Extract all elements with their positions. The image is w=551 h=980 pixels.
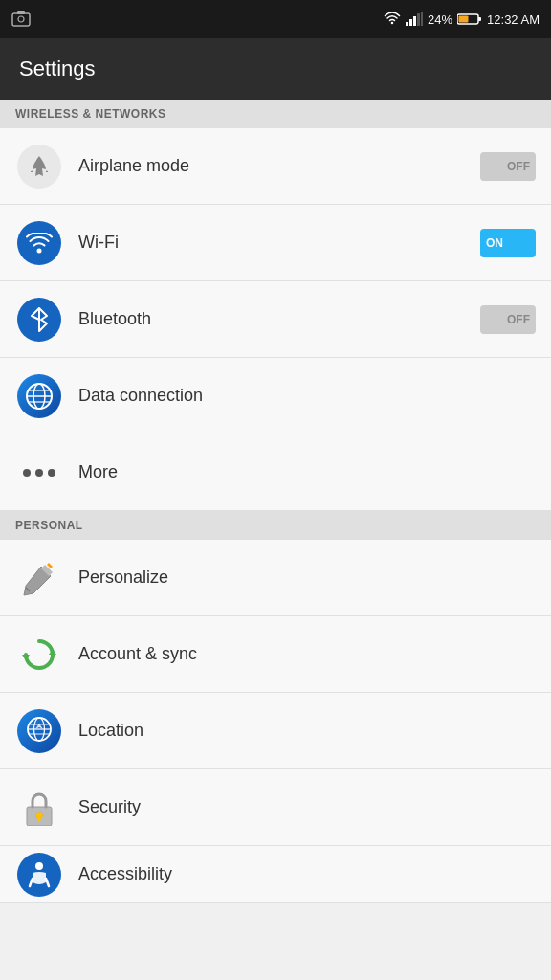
security-icon-wrapper (15, 784, 63, 832)
svg-rect-6 (417, 13, 420, 26)
toggle-off-bluetooth[interactable]: OFF (480, 305, 536, 334)
wifi-label: Wi-Fi (78, 233, 480, 253)
wifi-status-icon (384, 12, 401, 26)
wifi-icon (17, 221, 61, 265)
svg-rect-7 (421, 12, 423, 26)
location-icon-wrapper (15, 707, 63, 755)
svg-point-11 (37, 248, 42, 253)
personalize-label: Personalize (78, 568, 536, 588)
svg-point-1 (18, 16, 24, 22)
settings-item-data[interactable]: Data connection (0, 358, 551, 434)
svg-rect-0 (12, 13, 30, 26)
battery-icon (457, 12, 482, 26)
toggle-off-label: OFF (507, 160, 530, 173)
account-label: Account & sync (78, 644, 536, 664)
location-label: Location (78, 721, 536, 741)
toggle-on-wifi[interactable]: ON (480, 229, 536, 257)
more-icon-wrapper (15, 449, 63, 497)
svg-rect-9 (478, 17, 481, 21)
signal-icon (406, 12, 423, 26)
accessibility-icon (17, 853, 61, 897)
app-header: Settings (0, 38, 551, 100)
settings-item-account[interactable]: Account & sync (0, 616, 551, 693)
more-icon (23, 469, 55, 477)
svg-rect-4 (409, 19, 412, 26)
personalize-icon (17, 556, 61, 600)
status-icons: 24% 12:32 AM (384, 12, 540, 27)
toggle-off-airplane[interactable]: OFF (480, 152, 536, 181)
data-label: Data connection (78, 386, 536, 406)
account-icon-wrapper (15, 631, 63, 679)
bluetooth-label: Bluetooth (78, 309, 480, 329)
security-icon (17, 786, 61, 830)
settings-item-wifi[interactable]: Wi-Fi ON (0, 205, 551, 281)
page-title: Settings (19, 56, 96, 81)
svg-rect-3 (406, 22, 408, 26)
bluetooth-icon (17, 298, 61, 342)
section-personal: PERSONAL (0, 511, 551, 540)
security-label: Security (78, 797, 536, 817)
section-wireless: WIRELESS & NETWORKS (0, 100, 551, 128)
airplane-label: Airplane mode (78, 156, 480, 176)
toggle-off-label-bt: OFF (507, 313, 530, 326)
svg-rect-5 (413, 16, 416, 26)
wifi-toggle[interactable]: ON (480, 229, 536, 257)
settings-item-bluetooth[interactable]: Bluetooth OFF (0, 281, 551, 358)
svg-line-28 (30, 879, 33, 886)
airplane-icon (17, 145, 61, 189)
svg-rect-2 (17, 11, 25, 14)
airplane-toggle[interactable]: OFF (480, 152, 536, 181)
accessibility-label: Accessibility (78, 864, 536, 884)
settings-item-personalize[interactable]: Personalize (0, 540, 551, 616)
settings-item-location[interactable]: Location (0, 693, 551, 769)
bluetooth-toggle[interactable]: OFF (480, 305, 536, 334)
svg-line-29 (46, 879, 49, 886)
settings-item-more[interactable]: More (0, 434, 551, 511)
settings-item-accessibility[interactable]: Accessibility (0, 846, 551, 903)
more-label: More (78, 462, 536, 482)
location-icon (17, 709, 61, 753)
settings-item-airplane[interactable]: Airplane mode OFF (0, 128, 551, 205)
svg-point-27 (35, 862, 43, 870)
battery-text: 24% (428, 12, 452, 27)
wifi-icon-wrapper (15, 219, 63, 267)
toggle-on-label: ON (486, 236, 503, 250)
data-icon (17, 374, 61, 418)
airplane-icon-wrapper (15, 143, 63, 190)
status-bar: 24% 12:32 AM (0, 0, 551, 38)
time-text: 12:32 AM (487, 12, 540, 27)
settings-item-security[interactable]: Security (0, 769, 551, 846)
status-bar-left (11, 11, 378, 27)
svg-rect-10 (459, 16, 469, 23)
screenshot-icon (11, 11, 31, 27)
data-icon-wrapper (15, 372, 63, 420)
accessibility-icon-wrapper (15, 851, 63, 899)
svg-rect-26 (38, 816, 41, 821)
personalize-icon-wrapper (15, 554, 63, 602)
bluetooth-icon-wrapper (15, 296, 63, 344)
account-icon (17, 633, 61, 677)
